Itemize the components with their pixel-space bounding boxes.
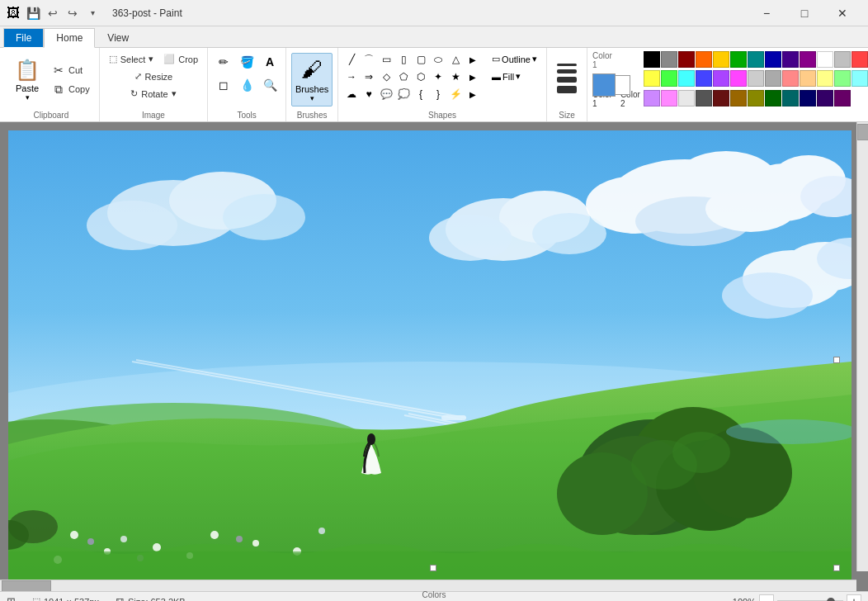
round-rect-shape[interactable]: ▢ xyxy=(413,51,429,68)
heart-shape[interactable]: ♥ xyxy=(361,86,377,102)
scroll-thumb-vertical[interactable] xyxy=(857,124,868,140)
resize-handle-right[interactable] xyxy=(833,357,840,363)
palette-swatch[interactable] xyxy=(851,70,868,87)
palette-swatch[interactable] xyxy=(678,90,695,106)
palette-swatch[interactable] xyxy=(800,90,816,106)
magnifier-tool[interactable]: 🔍 xyxy=(259,74,281,96)
palette-swatch[interactable] xyxy=(800,70,816,87)
palette-swatch[interactable] xyxy=(713,51,729,68)
cloud-shape[interactable]: ☁ xyxy=(343,86,360,102)
resize-handle-corner[interactable] xyxy=(833,565,840,571)
palette-swatch[interactable] xyxy=(678,51,695,68)
palette-swatch[interactable] xyxy=(713,90,729,106)
select-button[interactable]: ⬚ Select ▾ xyxy=(105,51,158,67)
palette-swatch[interactable] xyxy=(765,70,781,87)
color-picker-tool[interactable]: 💧 xyxy=(236,74,257,96)
arrow-shape[interactable]: → xyxy=(343,69,360,85)
left-brace[interactable]: { xyxy=(413,86,429,102)
pencil-tool[interactable]: ✏ xyxy=(213,51,234,73)
palette-swatch[interactable] xyxy=(748,90,764,106)
scrollbar-vertical[interactable] xyxy=(856,122,868,571)
save-icon[interactable]: 💾 xyxy=(25,5,41,21)
palette-swatch[interactable] xyxy=(730,70,747,87)
palette-swatch[interactable] xyxy=(678,70,695,87)
palette-swatch[interactable] xyxy=(748,51,764,68)
diamond-shape[interactable]: ◇ xyxy=(378,69,394,85)
canvas-image[interactable] xyxy=(8,130,851,583)
curve-shape[interactable]: ⌒ xyxy=(361,51,377,68)
rect-shape[interactable]: ▭ xyxy=(378,51,394,68)
more3-shapes[interactable]: ▶ xyxy=(465,86,481,102)
eraser-tool[interactable]: ◻ xyxy=(213,74,234,96)
fill-tool[interactable]: 🪣 xyxy=(236,51,257,73)
palette-swatch[interactable] xyxy=(730,51,747,68)
size-button[interactable] xyxy=(552,60,582,100)
rect-outline-shape[interactable]: ▯ xyxy=(395,51,412,68)
more-shapes[interactable]: ▶ xyxy=(465,51,481,68)
ellipse-shape[interactable]: ⬭ xyxy=(430,51,446,68)
palette-swatch[interactable] xyxy=(834,90,851,106)
lightning-shape[interactable]: ⚡ xyxy=(447,86,464,102)
minimize-button[interactable]: − xyxy=(748,0,785,26)
svg-point-36 xyxy=(210,531,219,539)
crop-button[interactable]: ⬜ Crop xyxy=(159,51,202,67)
resize-button[interactable]: ⤢ Resize xyxy=(130,69,177,84)
palette-swatch[interactable] xyxy=(782,70,799,87)
undo-icon[interactable]: ↩ xyxy=(45,5,61,21)
more2-shapes[interactable]: ▶ xyxy=(465,69,481,85)
hexagon-shape[interactable]: ⬡ xyxy=(413,69,429,85)
palette-swatch[interactable] xyxy=(661,51,677,68)
color1-swatch[interactable] xyxy=(592,73,616,97)
tab-file[interactable]: File xyxy=(3,28,44,48)
palette-swatch[interactable] xyxy=(765,51,781,68)
arrow2-shape[interactable]: ⇒ xyxy=(361,69,377,85)
callout2-shape[interactable]: 💭 xyxy=(395,86,412,102)
outline-button[interactable]: ▭ Outline ▾ xyxy=(488,51,541,67)
brushes-button[interactable]: 🖌 Brushes ▾ xyxy=(291,53,333,106)
star4-shape[interactable]: ✦ xyxy=(430,69,446,85)
palette-swatch[interactable] xyxy=(765,90,781,106)
text-tool[interactable]: A xyxy=(259,51,281,73)
palette-swatch[interactable] xyxy=(851,51,868,68)
palette-swatch[interactable] xyxy=(644,70,660,87)
star5-shape[interactable]: ★ xyxy=(447,69,464,85)
palette-swatch[interactable] xyxy=(817,90,833,106)
palette-swatch[interactable] xyxy=(800,51,816,68)
triangle-shape[interactable]: △ xyxy=(447,51,464,68)
palette-swatch[interactable] xyxy=(817,51,833,68)
tab-home[interactable]: Home xyxy=(44,28,95,48)
dropdown-icon[interactable]: ▾ xyxy=(84,5,101,21)
line-shape[interactable]: ╱ xyxy=(343,51,360,68)
redo-icon[interactable]: ↪ xyxy=(64,5,81,21)
rotate-button[interactable]: ↻ Rotate ▾ xyxy=(126,86,180,102)
callout-shape[interactable]: 💬 xyxy=(378,86,394,102)
palette-swatch[interactable] xyxy=(834,70,851,87)
palette-swatch[interactable] xyxy=(696,70,712,87)
cut-button[interactable]: ✂ Cut xyxy=(48,61,94,79)
ribbon: 📋 Paste ▾ ✂ Cut ⧉ Copy Clipboard ⬚ xyxy=(0,48,868,122)
palette-swatch[interactable] xyxy=(748,70,764,87)
maximize-button[interactable]: □ xyxy=(785,0,823,26)
palette-swatch[interactable] xyxy=(696,51,712,68)
tab-view[interactable]: View xyxy=(95,28,141,47)
pentagon-shape[interactable]: ⬠ xyxy=(395,69,412,85)
palette-swatch[interactable] xyxy=(644,90,660,106)
fill-button[interactable]: ▬ Fill ▾ xyxy=(488,69,541,84)
palette-swatch[interactable] xyxy=(644,51,660,68)
palette-swatch[interactable] xyxy=(713,70,729,87)
palette-swatch[interactable] xyxy=(730,90,747,106)
palette-swatch[interactable] xyxy=(782,51,799,68)
close-button[interactable]: ✕ xyxy=(823,0,861,26)
palette-swatch[interactable] xyxy=(661,70,677,87)
palette-swatch[interactable] xyxy=(817,70,833,87)
resize-handle-bottom[interactable] xyxy=(430,565,436,571)
palette-swatch[interactable] xyxy=(782,90,799,106)
copy-button[interactable]: ⧉ Copy xyxy=(48,80,94,99)
palette-swatch[interactable] xyxy=(661,90,677,106)
scroll-thumb-horizontal[interactable] xyxy=(2,580,51,591)
paste-button[interactable]: 📋 Paste ▾ xyxy=(8,54,46,106)
right-brace[interactable]: } xyxy=(430,86,446,102)
scrollbar-horizontal[interactable] xyxy=(0,580,856,591)
palette-swatch[interactable] xyxy=(696,90,712,106)
palette-swatch[interactable] xyxy=(834,51,851,68)
